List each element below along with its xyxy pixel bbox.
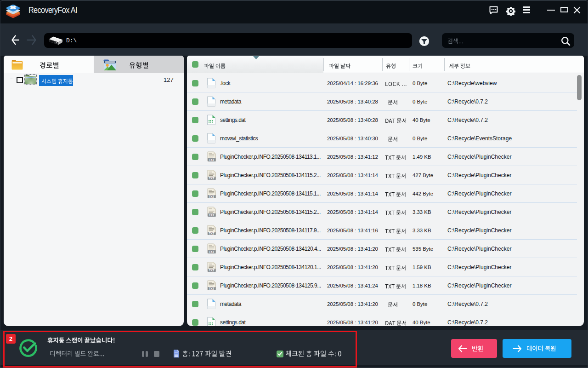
svg-text:TXT: TXT <box>209 158 215 161</box>
svg-text:TXT: TXT <box>209 250 215 253</box>
svg-text:TXT: TXT <box>209 195 215 198</box>
svg-text:TXT: TXT <box>209 287 215 290</box>
svg-text:TXT: TXT <box>209 177 215 180</box>
svg-text:TXT: TXT <box>209 213 215 217</box>
svg-text:TXT: TXT <box>209 232 215 235</box>
svg-text:TXT: TXT <box>209 269 215 272</box>
